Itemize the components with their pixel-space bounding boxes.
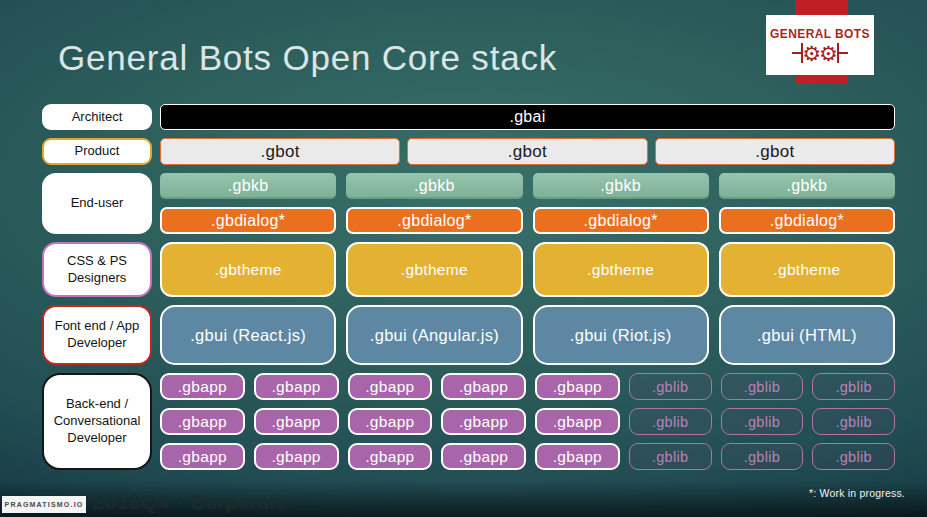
stack-diagram: Architect Product End-user CSS & PS Desi… bbox=[42, 104, 895, 470]
gbtheme-box: .gbtheme bbox=[719, 242, 895, 297]
gbdialog-box: .gbdialog* bbox=[160, 207, 336, 234]
gbkb-box: .gbkb bbox=[719, 173, 895, 199]
row-gbui: .gbui (React.js).gbui (Angular.js).gbui … bbox=[160, 305, 895, 365]
gbapp-box: .gbapp bbox=[441, 373, 526, 400]
gbapp-box: .gbapp bbox=[535, 373, 620, 400]
general-bots-logo: GENERAL BOTS ⚙ ⚙ bbox=[766, 15, 874, 75]
gblib-box: .gblib bbox=[629, 408, 712, 435]
gear-bar-right-icon bbox=[839, 52, 848, 54]
gbdialog-box: .gbdialog* bbox=[719, 207, 895, 234]
role-label-architect: Architect bbox=[42, 104, 152, 130]
gblib-box: .gblib bbox=[629, 373, 712, 400]
gbui-box: .gbui (Riot.js) bbox=[533, 305, 709, 365]
gbkb-box: .gbkb bbox=[533, 173, 709, 199]
gblib-box: .gblib bbox=[721, 408, 804, 435]
gblib-box: .gblib bbox=[629, 443, 712, 470]
role-label-frontend-app-developer: Font end / App Developer bbox=[42, 305, 152, 365]
gbapp-box: .gbapp bbox=[441, 443, 526, 470]
gears-icon: ⚙ ⚙ bbox=[792, 43, 848, 64]
gbtheme-box: .gbtheme bbox=[533, 242, 709, 297]
role-label-backend-conversational-developer: Back-end / Conversational Developer bbox=[42, 373, 152, 470]
gbapp-box: .gbapp bbox=[160, 408, 245, 435]
gblib-box: .gblib bbox=[812, 373, 895, 400]
gbtheme-box: .gbtheme bbox=[346, 242, 522, 297]
role-label-end-user: End-user bbox=[42, 173, 152, 234]
gblib-box: .gblib bbox=[721, 443, 804, 470]
row-backend-2: .gbapp.gbapp.gbapp.gbapp.gbapp.gblib.gbl… bbox=[160, 408, 895, 435]
gbui-box: .gbui (HTML) bbox=[719, 305, 895, 365]
pragmatismo-watermark: PRAGMATISMO.IO bbox=[2, 496, 86, 513]
gbapp-box: .gbapp bbox=[160, 443, 245, 470]
gbapp-box: .gbapp bbox=[348, 408, 433, 435]
gblib-box: .gblib bbox=[812, 408, 895, 435]
row-gbdialog: .gbdialog*.gbdialog*.gbdialog*.gbdialog* bbox=[160, 207, 895, 234]
gbapp-box: .gbapp bbox=[254, 443, 339, 470]
gbtheme-box: .gbtheme bbox=[160, 242, 336, 297]
footer-caption: 2018Q4 - Corporate bbox=[92, 490, 288, 514]
gbapp-box: .gbapp bbox=[254, 408, 339, 435]
gbui-box: .gbui (Angular.js) bbox=[346, 305, 522, 365]
slide: { "slide": { "title": "General Bots Open… bbox=[0, 0, 927, 517]
gbapp-box: .gbapp bbox=[348, 443, 433, 470]
gbot-box: .gbot bbox=[655, 138, 895, 165]
row-gbot: .gbot.gbot.gbot bbox=[160, 138, 895, 165]
work-in-progress-footnote: *: Work in progress. bbox=[809, 487, 905, 499]
row-gbtheme: .gbtheme.gbtheme.gbtheme.gbtheme bbox=[160, 242, 895, 297]
gbkb-box: .gbkb bbox=[346, 173, 522, 199]
role-label-product: Product bbox=[42, 138, 152, 165]
gbapp-box: .gbapp bbox=[160, 373, 245, 400]
row-gbkb: .gbkb.gbkb.gbkb.gbkb bbox=[160, 173, 895, 199]
gear-icon: ⚙ bbox=[819, 43, 838, 64]
gbui-box: .gbui (React.js) bbox=[160, 305, 336, 365]
gbapp-box: .gbapp bbox=[535, 443, 620, 470]
row-backend-3: .gbapp.gbapp.gbapp.gbapp.gbapp.gblib.gbl… bbox=[160, 443, 895, 470]
gbdialog-box: .gbdialog* bbox=[533, 207, 709, 234]
row-backend-1: .gbapp.gbapp.gbapp.gbapp.gbapp.gblib.gbl… bbox=[160, 373, 895, 400]
slide-title: General Bots Open Core stack bbox=[58, 38, 557, 78]
row-gbai: .gbai bbox=[160, 104, 895, 130]
gbot-box: .gbot bbox=[407, 138, 647, 165]
gbdialog-box: .gbdialog* bbox=[346, 207, 522, 234]
gbkb-box: .gbkb bbox=[160, 173, 336, 199]
role-label-css-ps-designers: CSS & PS Designers bbox=[42, 242, 152, 297]
gbapp-box: .gbapp bbox=[535, 408, 620, 435]
gbot-box: .gbot bbox=[160, 138, 400, 165]
gear-bar-left-icon bbox=[792, 52, 801, 54]
gblib-box: .gblib bbox=[721, 373, 804, 400]
gblib-box: .gblib bbox=[812, 443, 895, 470]
gbai-box: .gbai bbox=[160, 104, 895, 130]
gbapp-box: .gbapp bbox=[441, 408, 526, 435]
logo-brand-text: GENERAL BOTS bbox=[770, 27, 870, 41]
gbapp-box: .gbapp bbox=[348, 373, 433, 400]
gbapp-box: .gbapp bbox=[254, 373, 339, 400]
